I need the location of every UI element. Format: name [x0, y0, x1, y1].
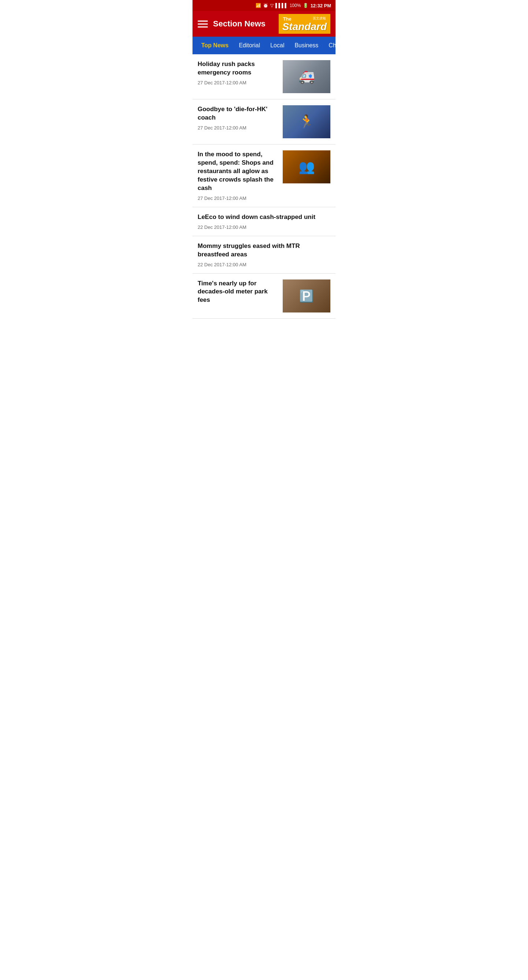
news-date-2: 27 Dec 2017-12:00 AM — [198, 125, 278, 130]
news-content-3: In the mood to spend, spend, spend: Shop… — [198, 150, 283, 201]
news-content-4: LeEco to wind down cash-strapped unit 22… — [198, 213, 330, 230]
news-item-5[interactable]: Mommy struggles eased with MTR breastfee… — [192, 236, 336, 274]
wifi-icon: ▽ — [270, 3, 274, 8]
hamburger-line-1 — [198, 21, 208, 22]
news-date-1: 27 Dec 2017-12:00 AM — [198, 80, 278, 86]
alarm-icon: ⏰ — [263, 3, 269, 8]
news-item-6[interactable]: Time's nearly up for decades-old meter p… — [192, 274, 336, 319]
news-list: Holiday rush packs emergency rooms 27 De… — [192, 54, 336, 319]
battery-percent: 100% — [289, 3, 301, 8]
news-content-6: Time's nearly up for decades-old meter p… — [198, 280, 283, 308]
tab-top-news[interactable]: Top News — [196, 37, 234, 54]
news-image-1 — [283, 60, 330, 93]
news-image-6 — [283, 280, 330, 312]
header-left: Section News — [198, 19, 266, 29]
news-title-1: Holiday rush packs emergency rooms — [198, 60, 278, 77]
news-title-6: Time's nearly up for decades-old meter p… — [198, 280, 278, 305]
news-date-3: 27 Dec 2017-12:00 AM — [198, 196, 278, 201]
news-title-5: Mommy struggles eased with MTR breastfee… — [198, 242, 330, 259]
news-image-2 — [283, 105, 330, 138]
signal-icon: ▌▌▌▌ — [275, 3, 288, 8]
tab-editorial[interactable]: Editorial — [234, 37, 265, 54]
nav-tabs-bar: Top News Editorial Local Business China — [192, 37, 336, 54]
news-date-5: 22 Dec 2017-12:00 AM — [198, 262, 330, 267]
tab-local[interactable]: Local — [265, 37, 289, 54]
news-title-4: LeEco to wind down cash-strapped unit — [198, 213, 330, 221]
news-item-4[interactable]: LeEco to wind down cash-strapped unit 22… — [192, 207, 336, 236]
app-header: Section News The 英文虎報 Standard — [192, 11, 336, 37]
news-image-3 — [283, 150, 330, 183]
tab-china[interactable]: China — [323, 37, 336, 54]
brand-logo[interactable]: The 英文虎報 Standard — [279, 14, 330, 34]
news-date-4: 22 Dec 2017-12:00 AM — [198, 224, 330, 230]
news-item-2[interactable]: Goodbye to 'die-for-HK' coach 27 Dec 201… — [192, 99, 336, 145]
bluetooth-icon: 📶 — [256, 3, 261, 8]
news-item-3[interactable]: In the mood to spend, spend, spend: Shop… — [192, 145, 336, 207]
news-content-2: Goodbye to 'die-for-HK' coach 27 Dec 201… — [198, 105, 283, 130]
logo-chinese: 英文虎報 — [313, 16, 327, 21]
hamburger-menu[interactable] — [198, 21, 208, 27]
logo-standard: Standard — [282, 22, 327, 32]
current-time: 12:32 PM — [310, 3, 331, 8]
hamburger-line-3 — [198, 26, 208, 27]
battery-icon: 🔋 — [303, 3, 309, 8]
news-title-3: In the mood to spend, spend, spend: Shop… — [198, 150, 278, 192]
status-icons: 📶 ⏰ ▽ ▌▌▌▌ 100% 🔋 — [256, 3, 309, 8]
hamburger-line-2 — [198, 24, 208, 25]
page-title: Section News — [213, 19, 266, 29]
tab-business[interactable]: Business — [289, 37, 323, 54]
news-title-2: Goodbye to 'die-for-HK' coach — [198, 105, 278, 122]
status-bar: 📶 ⏰ ▽ ▌▌▌▌ 100% 🔋 12:32 PM — [192, 0, 336, 11]
news-item-1[interactable]: Holiday rush packs emergency rooms 27 De… — [192, 54, 336, 99]
news-content-5: Mommy struggles eased with MTR breastfee… — [198, 242, 330, 267]
news-content-1: Holiday rush packs emergency rooms 27 De… — [198, 60, 283, 86]
